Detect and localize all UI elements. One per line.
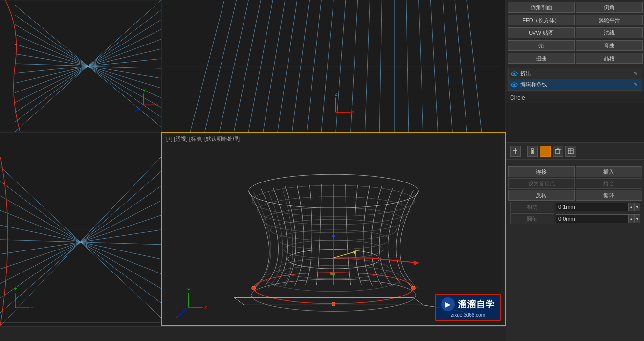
modifier-btn-twist[interactable]: 扭曲	[508, 53, 575, 64]
intersect-spinner-up[interactable]: ▲	[628, 203, 634, 211]
btn-reverse[interactable]: 反转	[508, 190, 575, 201]
intersect-spinner-down[interactable]: ▼	[634, 203, 640, 211]
eye-icon-extrude[interactable]	[511, 70, 518, 78]
svg-text:X: X	[156, 102, 159, 107]
btn-row-first-weld: 设为首顶点 熔合	[508, 178, 642, 189]
svg-text:Z: Z	[335, 92, 338, 97]
svg-text:Y: Y	[31, 305, 34, 310]
intersect-value[interactable]	[556, 203, 628, 211]
stack-item-edit-spline[interactable]: 编辑样条线 ✎	[509, 79, 642, 90]
status-bar	[0, 326, 506, 341]
right-panel: 倒角剖面 倒角 FFD（长方体） 涡轮平滑 UVW 贴图 法线 壳 弯曲 扭曲 …	[506, 0, 644, 341]
modifier-btn-normal[interactable]: 法线	[576, 27, 643, 38]
viewport-bottom-left[interactable]: Y Z	[0, 132, 161, 326]
modifier-btn-chamfer-section[interactable]: 倒角剖面	[508, 2, 575, 13]
svg-rect-116	[556, 150, 560, 154]
btn-insert[interactable]: 插入	[576, 166, 642, 177]
modifier-btn-turbosmooth[interactable]: 涡轮平滑	[576, 15, 643, 25]
input-row-fillet: 圆角 ▲ ▼	[508, 213, 642, 224]
pin-icon-btn[interactable]	[510, 146, 521, 157]
toolbar-separator-1	[524, 147, 524, 156]
modifier-row-5: 扭曲 晶格	[506, 52, 644, 65]
stack-item-extrude[interactable]: 挤出 ✎	[509, 68, 642, 79]
svg-text:Z: Z	[14, 287, 17, 292]
svg-point-110	[513, 84, 515, 86]
btn-connect[interactable]: 连接	[508, 166, 575, 177]
modifier-list: 倒角剖面 倒角 FFD（长方体） 涡轮平滑 UVW 贴图 法线 壳 弯曲 扭曲 …	[506, 0, 644, 66]
svg-text:Y: Y	[143, 88, 146, 93]
fillet-spinner-up[interactable]: ▲	[628, 214, 634, 223]
svg-rect-49	[0, 133, 161, 326]
modifier-stack: 挤出 ✎ 编辑样条线 ✎	[508, 68, 642, 91]
btn-row-connect-insert: 连接 插入	[508, 166, 642, 177]
btn-intersect[interactable]: 相交	[510, 202, 554, 212]
logo-play-icon: ▶	[441, 297, 455, 311]
stack-icon-edit-spline: ✎	[634, 82, 640, 88]
stack-label-edit-spline: 编辑样条线	[520, 81, 634, 88]
svg-rect-114	[532, 150, 533, 153]
svg-point-108	[513, 73, 515, 75]
svg-text:X: X	[204, 304, 208, 310]
svg-text:Y: Y	[187, 287, 191, 292]
viewport-area: X Y	[0, 0, 506, 341]
fillet-spinner-down[interactable]: ▼	[634, 214, 640, 223]
viewport-main-3d[interactable]: [+] [适视] [标准] [默认明暗处理]	[161, 132, 506, 326]
svg-point-99	[411, 286, 415, 290]
svg-point-98	[332, 302, 335, 306]
modifier-btn-bend[interactable]: 弯曲	[576, 40, 643, 51]
btn-set-first[interactable]: 设为首顶点	[508, 178, 575, 189]
modifier-row-3: UVW 贴图 法线	[506, 26, 644, 39]
panel-separator	[510, 162, 640, 162]
modifier-btn-chamfer[interactable]: 倒角	[576, 2, 643, 13]
modifier-btn-ffd[interactable]: FFD（长方体）	[508, 15, 575, 25]
logo-url: zixue.3d66.com	[451, 312, 485, 318]
svg-point-97	[252, 286, 256, 290]
modifier-row-1: 倒角剖面 倒角	[506, 1, 644, 14]
svg-rect-121	[568, 149, 573, 154]
btn-weld[interactable]: 熔合	[576, 178, 642, 189]
trash-icon-btn[interactable]	[553, 146, 563, 157]
circle-label: Circle	[506, 92, 644, 103]
input-row-intersect: 相交 ▲ ▼	[508, 202, 642, 212]
modifier-row-4: 壳 弯曲	[506, 39, 644, 52]
edit-icon-btn[interactable]	[565, 146, 576, 157]
color-icon-btn[interactable]	[540, 146, 551, 157]
svg-rect-115	[542, 148, 548, 154]
svg-text:Z: Z	[175, 314, 178, 319]
btn-row-reverse-loop: 反转 循环	[508, 190, 642, 201]
svg-text:X: X	[352, 110, 355, 114]
stack-label-extrude: 挤出	[520, 70, 634, 77]
btn-loop[interactable]: 循环	[576, 190, 642, 201]
eye-icon-edit-spline[interactable]	[511, 81, 518, 89]
modifier-row-2: FFD（长方体） 涡轮平滑	[506, 14, 644, 26]
logo-watermark: ▶ 溜溜自学 zixue.3d66.com	[435, 294, 501, 321]
viewport-br-label: [+] [适视] [标准] [默认明暗处理]	[166, 136, 240, 143]
svg-rect-0	[0, 0, 161, 132]
modifier-btn-shell[interactable]: 壳	[508, 40, 575, 51]
viewport-top-right[interactable]: X Z	[161, 0, 506, 132]
modifier-btn-uvw[interactable]: UVW 贴图	[508, 27, 575, 38]
btn-fillet[interactable]: 圆角	[510, 213, 554, 224]
logo-text: 溜溜自学	[458, 298, 495, 310]
pipe-icon-btn[interactable]	[527, 146, 538, 157]
icon-toolbar	[506, 142, 644, 160]
fillet-value[interactable]	[556, 214, 628, 223]
viewport-top-left[interactable]: X Y	[0, 0, 161, 132]
button-grid: 连接 插入 设为首顶点 熔合 反转 循环 相交 ▲ ▼ 圆角	[506, 164, 644, 227]
stack-icon-extrude: ✎	[634, 71, 640, 77]
modifier-btn-lattice[interactable]: 晶格	[576, 53, 643, 64]
svg-point-100	[330, 272, 333, 275]
